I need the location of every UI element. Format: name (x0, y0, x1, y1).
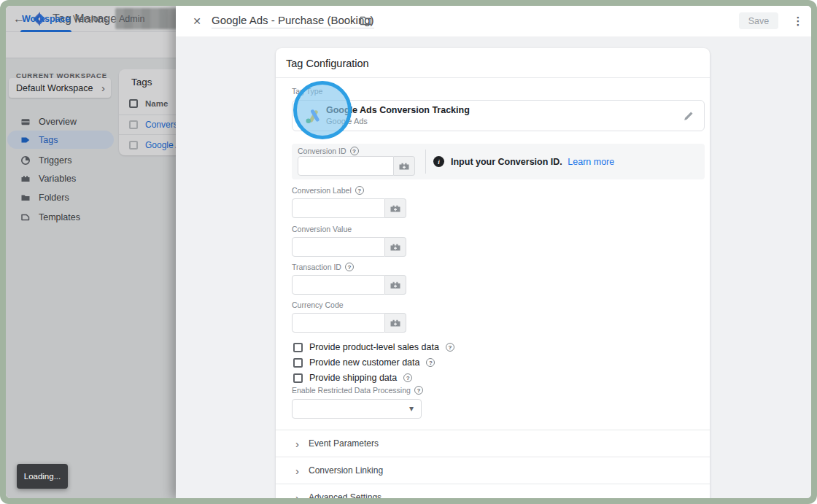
conversion-value-input[interactable] (292, 237, 385, 257)
checkbox-label: Provide new customer data (309, 357, 419, 368)
transaction-id-field: Transaction ID ? (292, 263, 467, 295)
conversion-value-field: Conversion Value (292, 225, 467, 257)
variable-picker-button[interactable] (385, 237, 406, 257)
checkbox[interactable] (293, 373, 303, 383)
chevron-right-icon: › (295, 492, 299, 499)
conversion-id-section: Conversion ID ? i Input your Conversion … (292, 144, 705, 179)
divider (425, 150, 426, 174)
hint-text: Input your Conversion ID. (451, 157, 562, 167)
field-label: Currency Code (292, 301, 344, 309)
caret-down-icon: ▾ (409, 403, 414, 414)
conversion-id-label: Conversion ID ? (298, 147, 359, 155)
section-advanced-settings[interactable]: › Advanced Settings (276, 484, 710, 498)
variable-picker-button[interactable] (385, 275, 406, 295)
help-icon[interactable]: ? (446, 343, 454, 352)
shipping-data-checkbox-row: Provide shipping data ? (293, 372, 412, 384)
chevron-right-icon: › (295, 465, 299, 476)
edit-pencil-icon[interactable] (682, 109, 695, 123)
restricted-processing-label-text: Enable Restricted Data Processing (292, 386, 411, 395)
section-conversion-linking[interactable]: › Conversion Linking (276, 457, 710, 484)
currency-code-field: Currency Code (292, 301, 467, 333)
help-icon[interactable]: ? (414, 386, 423, 395)
checkbox-label: Provide product-level sales data (309, 342, 439, 352)
section-label: Conversion Linking (309, 465, 383, 476)
variable-picker-button[interactable] (385, 198, 406, 218)
chevron-right-icon: › (295, 438, 299, 449)
tag-title[interactable]: Google Ads - Purchase (Booking) (212, 14, 374, 28)
conversion-id-input-row (298, 156, 415, 176)
field-label: Transaction ID (292, 263, 341, 271)
section-label: Advanced Settings (309, 492, 382, 498)
close-icon[interactable]: ✕ (190, 15, 204, 28)
info-icon: i (433, 156, 444, 167)
help-icon[interactable]: ? (403, 373, 412, 382)
conversion-label-input[interactable] (292, 198, 385, 218)
product-level-sales-checkbox-row: Provide product-level sales data ? (293, 341, 454, 353)
conversion-id-input[interactable] (298, 156, 394, 176)
conversion-label-field: Conversion Label ? (292, 186, 467, 218)
tag-type-row[interactable]: Google Ads Conversion Tracking Google Ad… (292, 100, 705, 131)
checkbox[interactable] (293, 358, 303, 368)
new-customer-data-checkbox-row: Provide new customer data ? (293, 357, 435, 368)
currency-code-input[interactable] (292, 313, 385, 333)
divider (276, 77, 710, 78)
kebab-menu-icon[interactable]: ⋮ (792, 12, 804, 30)
save-button[interactable]: Save (739, 12, 778, 29)
help-icon[interactable]: ? (426, 358, 435, 367)
conversion-id-hint: i Input your Conversion ID. Learn more (433, 156, 614, 167)
tag-manager-app: ← Tag Manager Workspace Versions Admin C… (6, 6, 811, 498)
checkbox[interactable] (293, 343, 303, 352)
modal-scrim (6, 6, 176, 498)
click-highlight-circle (293, 81, 352, 139)
checkbox-label: Provide shipping data (309, 373, 397, 383)
screen-frame: ← Tag Manager Workspace Versions Admin C… (0, 0, 817, 504)
transaction-id-input[interactable] (292, 275, 385, 295)
restricted-processing-label: Enable Restricted Data Processing ? (292, 386, 423, 395)
help-icon[interactable]: ? (350, 147, 359, 155)
help-icon[interactable]: ? (345, 263, 354, 271)
move-to-folder-icon[interactable] (360, 15, 373, 27)
tag-editor-panel: ✕ Google Ads - Purchase (Booking) Save ⋮… (176, 6, 811, 498)
section-label: Event Parameters (309, 438, 379, 449)
card-title: Tag Configuration (286, 58, 369, 69)
loading-toast: Loading... (17, 464, 68, 489)
conversion-id-label-text: Conversion ID (298, 147, 346, 155)
field-label: Conversion Label (292, 186, 352, 195)
restricted-processing-dropdown[interactable]: ▾ (292, 399, 422, 419)
learn-more-link[interactable]: Learn more (568, 157, 614, 167)
variable-picker-button[interactable] (385, 313, 406, 333)
help-icon[interactable]: ? (355, 186, 364, 195)
variable-picker-button[interactable] (394, 156, 415, 176)
field-label: Conversion Value (292, 225, 352, 233)
section-event-parameters[interactable]: › Event Parameters (276, 430, 710, 457)
